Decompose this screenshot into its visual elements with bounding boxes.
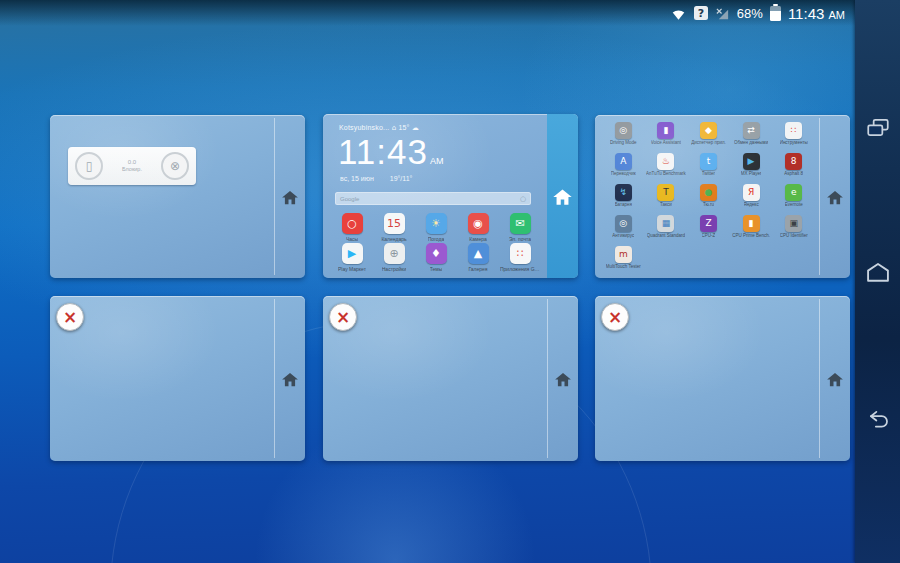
widget-boost-icon: ⊗ — [161, 152, 189, 180]
app-glyph: ▮ — [749, 219, 754, 228]
weather-location: Kotsyubinsko... — [339, 124, 389, 131]
app-label: Батарея — [615, 202, 632, 207]
set-home-button[interactable] — [824, 369, 846, 389]
set-home-button[interactable] — [279, 187, 301, 207]
app-shortcut: ◆ Диспетчер прил. — [687, 122, 730, 153]
sim-unknown-icon: ? — [694, 6, 708, 20]
app-icon: ✉ — [510, 213, 531, 234]
app-icon: ◉ — [468, 213, 489, 234]
app-shortcut: 8 Asphalt 8 — [772, 153, 815, 184]
app-label: CPU-Z — [702, 233, 716, 238]
home-icon — [281, 371, 299, 387]
navigation-bar — [855, 0, 900, 563]
app-label: Asphalt 8 — [784, 171, 803, 176]
page-thumbnail-empty-2[interactable]: × — [323, 296, 578, 461]
app-shortcut: ◎ Driving Mode — [602, 122, 645, 153]
app-glyph: Z — [705, 219, 711, 228]
app-label: Инструменты — [780, 140, 808, 145]
widget-status: 0.0 Блокир. — [122, 159, 142, 173]
app-shortcut: ● Тю.ru — [687, 184, 730, 215]
app-label: Темы — [430, 266, 443, 272]
search-icon: ○ — [520, 195, 526, 203]
app-shortcut: ▮ Voice Assistant — [645, 122, 688, 153]
app-icon: ▦ — [657, 215, 674, 232]
app-label: Приложения Goo.. — [500, 266, 540, 272]
app-icon: ● — [700, 184, 717, 201]
app-shortcut: ▦ Quadrant Standard — [645, 215, 688, 246]
app-shortcut: ◉ Камера — [457, 213, 499, 242]
set-home-button[interactable] — [824, 187, 846, 207]
app-icon: ▣ — [785, 215, 802, 232]
app-label: CPU Prime Bench. — [732, 233, 770, 238]
app-glyph: ◆ — [705, 126, 712, 135]
set-home-button-active[interactable] — [552, 187, 573, 206]
app-glyph: ▶ — [748, 157, 755, 166]
app-shortcut: ♦ Темы — [415, 243, 457, 272]
app-icon: ▶ — [342, 243, 363, 264]
app-label: Тю.ru — [703, 202, 714, 207]
app-label: Погода — [428, 236, 444, 242]
delete-page-button[interactable]: × — [329, 303, 357, 331]
clock-date: вс, 15 июн — [340, 175, 374, 182]
app-label: Камера — [469, 236, 486, 242]
home-icon — [826, 189, 844, 205]
clock-meridiem: AM — [430, 156, 444, 166]
app-label: Evernote — [785, 202, 803, 207]
app-icon: t — [700, 153, 717, 170]
app-label: Эл. почта — [509, 236, 531, 242]
app-icon: ♦ — [426, 243, 447, 264]
back-button[interactable] — [855, 398, 900, 442]
weather-temp: 15° — [398, 124, 409, 131]
app-shortcut: e Evernote — [772, 184, 815, 215]
app-label: Яндекс — [744, 202, 759, 207]
page-divider — [819, 299, 820, 458]
page-thumbnail-apps[interactable]: ◎ Driving Mode ▮ Voice Assistant ◆ Диспе… — [595, 115, 850, 278]
home-icon — [554, 371, 572, 387]
app-icon: T — [657, 184, 674, 201]
app-icon: 8 — [785, 153, 802, 170]
page-thumbnail-empty-1[interactable]: × — [50, 296, 305, 461]
app-icon: ◎ — [615, 215, 632, 232]
app-glyph: e — [791, 188, 797, 197]
page-thumbnail-empty-3[interactable]: × — [595, 296, 850, 461]
delete-page-button[interactable]: × — [601, 303, 629, 331]
app-label: Диспетчер прил. — [691, 140, 726, 145]
page-thumbnail-widget[interactable]: ▯ 0.0 Блокир. ⊗ — [50, 115, 305, 278]
app-icon: ∷ — [510, 243, 531, 264]
app-shortcut: ▮ CPU Prime Bench. — [730, 215, 773, 246]
app-glyph: ▣ — [789, 219, 798, 228]
app-icon: Я — [743, 184, 760, 201]
app-icon: ▲ — [468, 243, 489, 264]
app-icon: e — [785, 184, 802, 201]
app-icon: ⊕ — [384, 243, 405, 264]
app-icon: ▮ — [657, 122, 674, 139]
app-icon: ♨ — [657, 153, 674, 170]
app-glyph: m — [619, 250, 628, 259]
app-glyph: ▲ — [474, 248, 482, 259]
apps-grid: ◎ Driving Mode ▮ Voice Assistant ◆ Диспе… — [602, 122, 815, 277]
app-shortcut: 15 Календарь — [373, 213, 415, 242]
cloud-icon: ☁ — [412, 124, 419, 132]
recents-button[interactable] — [855, 106, 900, 150]
status-clock: 11:43 AM — [788, 5, 845, 22]
app-shortcut: Я Яндекс — [730, 184, 773, 215]
app-row-1: ○ Часы 15 Календарь ☀ Погода ◉ Камера ✉ … — [331, 213, 541, 242]
no-signal-icon — [715, 6, 730, 21]
home-nav-button[interactable] — [855, 250, 900, 294]
app-label: Play Маркет — [338, 266, 366, 272]
app-label: Календарь — [381, 236, 406, 242]
app-glyph: A — [620, 157, 626, 166]
set-home-button[interactable] — [279, 369, 301, 389]
app-label: Обмен данными — [734, 140, 768, 145]
app-glyph: ○ — [347, 218, 357, 229]
set-home-button[interactable] — [552, 369, 574, 389]
home-icon — [281, 189, 299, 205]
delete-page-button[interactable]: × — [56, 303, 84, 331]
page-thumbnail-current[interactable]: Kotsyubinsko... ⌂ 15° ☁ 11:43AM вс, 15 и… — [323, 114, 578, 278]
app-icon: Z — [700, 215, 717, 232]
app-glyph: ◉ — [473, 218, 483, 229]
app-shortcut: ▶ Play Маркет — [331, 243, 373, 272]
app-glyph: ⇄ — [747, 126, 755, 135]
app-icon: ◆ — [700, 122, 717, 139]
app-icon: ◎ — [615, 122, 632, 139]
